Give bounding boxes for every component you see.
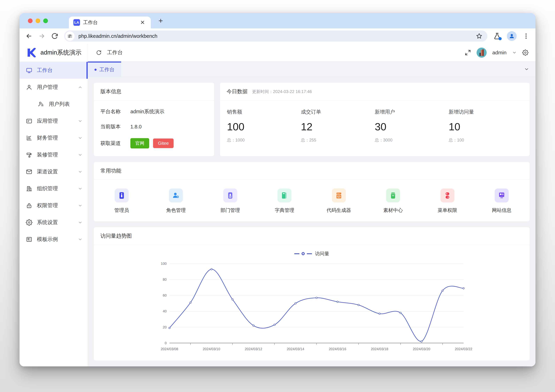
browser-window: LA 工作台 ✕ + php.likeadmin.cn/admin/workbe…	[20, 13, 535, 366]
feature-label: 代码生成器	[327, 207, 351, 214]
site-settings-icon[interactable]	[65, 31, 75, 41]
chevron-down-icon	[78, 220, 82, 225]
reload-icon[interactable]	[51, 33, 58, 40]
feature-item[interactable]: 菜单权限	[430, 189, 465, 214]
close-window-button[interactable]	[28, 18, 33, 23]
visits-trend-chart: 0204060801002024/03/082024/03/102024/03/…	[99, 257, 524, 357]
channel-button-官网[interactable]: 官网	[130, 138, 149, 148]
user-menu-chevron-down-icon[interactable]	[512, 50, 517, 55]
address-bar[interactable]: php.likeadmin.cn/admin/workbench	[64, 30, 487, 42]
version-card-title: 版本信息	[100, 88, 121, 95]
channel-button-gitee[interactable]: Gitee	[153, 138, 174, 148]
user-avatar[interactable]	[477, 48, 487, 58]
gear-icon	[26, 219, 32, 226]
feature-label: 角色管理	[166, 207, 186, 214]
page-tab-workbench[interactable]: 工作台	[88, 61, 121, 77]
sidebar-item-template-demo[interactable]: 模板示例	[20, 231, 88, 248]
stat-label: 新增用户	[375, 109, 449, 116]
feature-item[interactable]: 字典管理	[267, 189, 302, 214]
updated-time: 更新时间：2024-03-22 16:17:46	[252, 89, 312, 94]
svg-text:2024/03/10: 2024/03/10	[203, 347, 220, 351]
tabs-chevron-down-icon[interactable]	[518, 61, 535, 77]
template-icon	[26, 236, 32, 243]
sidebar-item-auth-manage[interactable]: 权限管理	[20, 197, 88, 214]
user-list-icon	[38, 101, 44, 108]
browser-menu-kebab-icon[interactable]	[523, 33, 530, 40]
feature-item[interactable]: 角色管理	[158, 189, 193, 214]
decorate-icon	[26, 152, 32, 158]
zoom-window-button[interactable]	[43, 18, 48, 23]
user-name[interactable]: admin	[492, 50, 507, 56]
user-icon	[26, 84, 32, 91]
sidebar-item-label: 权限管理	[37, 202, 73, 209]
sidebar-item-label: 装修管理	[37, 151, 73, 158]
sidebar-item-finance-manage[interactable]: 财务管理	[20, 130, 88, 146]
common-features-card: 常用功能 管理员角色管理部门管理字典管理代码生成器素材中心菜单权限网站信息	[94, 162, 530, 221]
org-icon	[26, 185, 32, 192]
forward-icon[interactable]	[38, 33, 45, 40]
chart-legend[interactable]: 访问量	[99, 251, 524, 257]
sidebar-item-org-manage[interactable]: 组织管理	[20, 180, 88, 197]
feature-item[interactable]: 素材中心	[376, 189, 410, 214]
visits-trend-card: 访问量趋势图 访问量 0204060801002024/03/082024/03…	[94, 227, 530, 361]
refresh-icon[interactable]	[96, 50, 102, 56]
browser-tab[interactable]: LA 工作台 ✕	[69, 16, 151, 29]
stat-value: 12	[301, 121, 375, 133]
feature-item[interactable]: 代码生成器	[321, 189, 356, 214]
today-stat: 成交订单12总：255	[301, 109, 375, 143]
feature-item[interactable]: 网站信息	[484, 189, 519, 214]
current-version-value: 1.8.0	[130, 124, 142, 130]
department-badge-icon	[223, 189, 237, 203]
stat-total: 总：255	[301, 137, 375, 143]
sidebar-item-system-settings[interactable]: 系统设置	[20, 214, 88, 231]
workbench-content: 版本信息 平台名称 admin系统演示 当前版本 1.8.0	[88, 77, 535, 366]
chevron-down-icon	[78, 152, 82, 157]
svg-text:20: 20	[163, 325, 167, 329]
new-tab-button[interactable]: +	[158, 16, 163, 25]
svg-text:100: 100	[161, 262, 167, 266]
material-bag-icon	[386, 189, 400, 203]
sidebar-item-label: 工作台	[37, 67, 82, 74]
chevron-down-icon	[78, 119, 82, 123]
fullscreen-icon[interactable]	[465, 50, 471, 56]
menu-auth-icon	[440, 189, 454, 203]
admin-app: admin系统演示 工作台 admin 工作台用户管理用户列表应用管理财务管理装…	[20, 44, 535, 366]
monitor-icon	[26, 67, 32, 74]
minimize-window-button[interactable]	[36, 18, 40, 23]
sidebar-item-workbench[interactable]: 工作台	[20, 62, 88, 79]
settings-gear-icon[interactable]	[522, 50, 528, 56]
browser-profile-avatar[interactable]	[507, 31, 517, 41]
sidebar-item-app-manage[interactable]: 应用管理	[20, 113, 88, 130]
sidebar-item-decorate-manage[interactable]: 装修管理	[20, 146, 88, 163]
sidebar-subitem-user-list[interactable]: 用户列表	[20, 96, 88, 113]
feature-label: 字典管理	[275, 207, 294, 214]
experiments-flask-icon[interactable]	[493, 32, 501, 40]
app-header: admin系统演示 工作台 admin	[20, 44, 535, 61]
today-stat: 新增用户30总：3000	[375, 109, 449, 143]
chevron-down-icon	[78, 169, 82, 174]
sidebar-item-label: 应用管理	[37, 117, 73, 124]
today-card-title: 今日数据	[226, 88, 248, 95]
tab-close-icon[interactable]: ✕	[139, 19, 146, 26]
svg-text:2024/03/16: 2024/03/16	[329, 347, 346, 351]
back-icon[interactable]	[25, 33, 32, 40]
feature-item[interactable]: 管理员	[104, 189, 139, 214]
url-text[interactable]: php.likeadmin.cn/admin/workbench	[78, 33, 472, 39]
feature-item[interactable]: 部门管理	[213, 189, 248, 214]
platform-name-row: 平台名称 admin系统演示	[100, 108, 207, 115]
finance-icon	[26, 135, 32, 141]
sidebar-subitem-label: 用户列表	[49, 101, 82, 108]
brand-zone[interactable]: admin系统演示	[20, 44, 88, 61]
admin-tie-icon	[115, 189, 129, 203]
feature-label: 网站信息	[492, 207, 511, 214]
stat-total: 总：1000	[227, 137, 301, 143]
bookmark-star-icon[interactable]	[476, 33, 482, 39]
dictionary-book-icon	[278, 189, 292, 203]
tab-title: 工作台	[83, 19, 136, 26]
svg-text:2024/03/12: 2024/03/12	[245, 347, 262, 351]
sidebar-item-user-manage[interactable]: 用户管理	[20, 79, 88, 96]
chart-card-title: 访问量趋势图	[100, 232, 132, 240]
feature-label: 管理员	[114, 207, 129, 214]
sidebar-item-channel-settings[interactable]: 渠道设置	[20, 163, 88, 180]
page-tabs-bar: 工作台	[88, 61, 535, 77]
